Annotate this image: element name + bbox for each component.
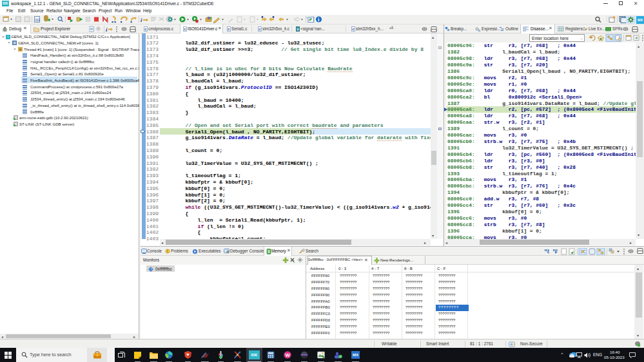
- svg-text:!: !: [167, 249, 168, 253]
- svg-text:W: W: [285, 352, 290, 358]
- svg-text:i: i: [141, 17, 142, 23]
- svg-text:010: 010: [35, 19, 41, 22]
- svg-text:i: i: [106, 26, 108, 33]
